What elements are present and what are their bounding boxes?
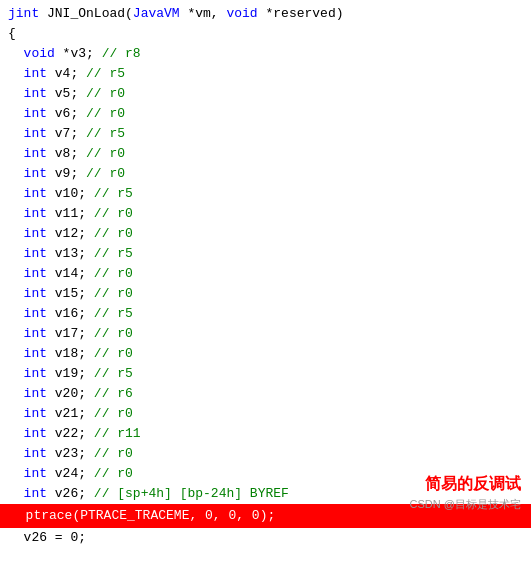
var-v11: v11; — [47, 206, 94, 221]
brace-open: { — [0, 24, 531, 44]
cmt-v7: // r5 — [86, 126, 125, 141]
param-2: *reserved) — [258, 6, 344, 21]
var-v20: v20; — [47, 386, 94, 401]
int-kw-v6: int — [8, 106, 47, 121]
int-kw-v15: int — [8, 286, 47, 301]
int-kw-v8: int — [8, 146, 47, 161]
int-kw-v23: int — [8, 446, 47, 461]
param-type-1: JavaVM — [133, 6, 180, 21]
int-kw-v21: int — [8, 406, 47, 421]
int-v23: int v23; // r0 — [0, 444, 531, 464]
int-kw-v7: int — [8, 126, 47, 141]
cmt-v18: // r0 — [94, 346, 133, 361]
int-v4: int v4; // r5 — [0, 64, 531, 84]
int-kw-v14: int — [8, 266, 47, 281]
int-v16: int v16; // r5 — [0, 304, 531, 324]
int-kw-v10: int — [8, 186, 47, 201]
cmt-v9: // r0 — [86, 166, 125, 181]
int-v9: int v9; // r0 — [0, 164, 531, 184]
int-kw-v19: int — [8, 366, 47, 381]
cmt-v20: // r6 — [94, 386, 133, 401]
param-type-2: void — [226, 6, 257, 21]
var-v4: v4; — [47, 66, 86, 81]
int-v18: int v18; // r0 — [0, 344, 531, 364]
cmt-v17: // r0 — [94, 326, 133, 341]
cmt-v22: // r11 — [94, 426, 141, 441]
var-v12: v12; — [47, 226, 94, 241]
cmt-v14: // r0 — [94, 266, 133, 281]
highlight-ptrace-text: ptrace(PTRACE_TRACEME, 0, 0, 0); — [10, 508, 275, 523]
cmt-v24: // r0 — [94, 466, 133, 481]
int-v15: int v15; // r0 — [0, 284, 531, 304]
cmt-v11: // r0 — [94, 206, 133, 221]
return-type-keyword: jint — [8, 6, 39, 21]
int-v13: int v13; // r5 — [0, 244, 531, 264]
var-v15: v15; — [47, 286, 94, 301]
int-kw-v22: int — [8, 426, 47, 441]
cmt-v13: // r5 — [94, 246, 133, 261]
cmt-v10: // r5 — [94, 186, 133, 201]
int-kw-v5: int — [8, 86, 47, 101]
int-v11: int v11; // r0 — [0, 204, 531, 224]
var-v17: v17; — [47, 326, 94, 341]
var-v16: v16; — [47, 306, 94, 321]
int-kw-v17: int — [8, 326, 47, 341]
function-name: JNI_OnLoad( — [39, 6, 133, 21]
void-comment: // r8 — [102, 46, 141, 61]
cmt-v8: // r0 — [86, 146, 125, 161]
code-container: jint JNI_OnLoad(JavaVM *vm, void *reserv… — [0, 0, 531, 552]
int-v19: int v19; // r5 — [0, 364, 531, 384]
int-kw-v16: int — [8, 306, 47, 321]
int-kw-v4: int — [8, 66, 47, 81]
int-kw-v13: int — [8, 246, 47, 261]
cmt-v6: // r0 — [86, 106, 125, 121]
int-kw-v20: int — [8, 386, 47, 401]
var-v14: v14; — [47, 266, 94, 281]
int-v17: int v17; // r0 — [0, 324, 531, 344]
int-v12: int v12; // r0 — [0, 224, 531, 244]
watermark-main-text: 简易的反调试 — [425, 472, 521, 496]
var-v9: v9; — [47, 166, 86, 181]
var-v8: v8; — [47, 146, 86, 161]
cmt-v5: // r0 — [86, 86, 125, 101]
int-kw-v9: int — [8, 166, 47, 181]
v26-assign: v26 = 0; — [0, 528, 531, 548]
int-kw-v12: int — [8, 226, 47, 241]
var-v7: v7; — [47, 126, 86, 141]
int-kw-v24: int — [8, 466, 47, 481]
var-v18: v18; — [47, 346, 94, 361]
cmt-v4: // r5 — [86, 66, 125, 81]
void-var: *v3; — [55, 46, 102, 61]
int-v6: int v6; // r0 — [0, 104, 531, 124]
var-v24: v24; — [47, 466, 94, 481]
var-v22: v22; — [47, 426, 94, 441]
watermark-container: 简易的反调试 CSDN @目标是技术宅 — [410, 472, 521, 513]
int-kw-v26: int — [8, 486, 47, 501]
void-keyword: void — [8, 46, 55, 61]
int-v14: int v14; // r0 — [0, 264, 531, 284]
var-v26: v26; — [47, 486, 94, 501]
int-v20: int v20; // r6 — [0, 384, 531, 404]
int-kw-v18: int — [8, 346, 47, 361]
cmt-v12: // r0 — [94, 226, 133, 241]
cmt-v26: // [sp+4h] [bp-24h] BYREF — [94, 486, 289, 501]
int-v7: int v7; // r5 — [0, 124, 531, 144]
var-v5: v5; — [47, 86, 86, 101]
var-v21: v21; — [47, 406, 94, 421]
cmt-v15: // r0 — [94, 286, 133, 301]
void-line: void *v3; // r8 — [0, 44, 531, 64]
var-v6: v6; — [47, 106, 86, 121]
int-v22: int v22; // r11 — [0, 424, 531, 444]
var-v23: v23; — [47, 446, 94, 461]
cmt-v16: // r5 — [94, 306, 133, 321]
cmt-v23: // r0 — [94, 446, 133, 461]
cmt-v21: // r0 — [94, 406, 133, 421]
var-v19: v19; — [47, 366, 94, 381]
int-v10: int v10; // r5 — [0, 184, 531, 204]
watermark-sub-text: CSDN @目标是技术宅 — [410, 496, 521, 513]
var-v10: v10; — [47, 186, 94, 201]
param-1: *vm, — [180, 6, 227, 21]
int-kw-v11: int — [8, 206, 47, 221]
int-v8: int v8; // r0 — [0, 144, 531, 164]
int-v5: int v5; // r0 — [0, 84, 531, 104]
